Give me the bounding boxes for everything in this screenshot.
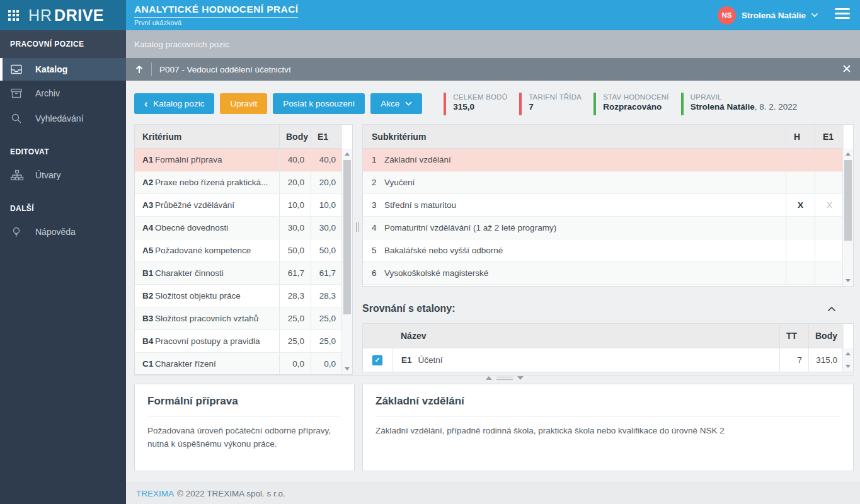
etalon-row[interactable]: ✓E1Účetní7315,0: [363, 348, 844, 372]
subcriteria-table-header: Subkritérium H E1: [363, 125, 844, 149]
sidebar-item-archiv[interactable]: Archiv: [0, 81, 126, 106]
criterium-e1-value: 10,0: [311, 194, 342, 216]
criterium-name: Složitost objektu práce: [155, 291, 279, 301]
subcriterium-row[interactable]: 2Vyučení: [363, 171, 844, 194]
subcriterium-row[interactable]: 3Střední s maturitouXX: [363, 194, 844, 217]
criterium-row[interactable]: B3Složitost pracovních vztahů25,025,0: [135, 307, 342, 330]
criterium-row[interactable]: A4Obecné dovednosti30,030,0: [135, 217, 342, 239]
collapse-chevron-up-icon[interactable]: [827, 306, 836, 312]
criterium-e1-value: 40,0: [311, 149, 342, 171]
criterium-name: Praxe nebo řízená praktická...: [155, 178, 279, 187]
subcriterium-detail-text: Základní vzdělání, případně rodinná škol…: [376, 425, 840, 438]
subcriterium-number: 6: [363, 268, 383, 278]
criterium-e1-value: 25,0: [311, 330, 342, 352]
archiv-icon: [10, 87, 24, 100]
subcriterium-number: 1: [363, 155, 383, 164]
criterium-row[interactable]: A5Požadované kompetence50,050,0: [135, 239, 342, 262]
hamburger-menu-icon[interactable]: [835, 8, 850, 19]
col-header-checkbox: [363, 324, 392, 348]
user-menu[interactable]: NS Strolená Natálie: [718, 0, 818, 30]
back-to-catalog-button[interactable]: ‹ Katalog pozic: [134, 93, 214, 114]
scrollbar-thumb[interactable]: [844, 160, 852, 241]
vertical-splitter[interactable]: [353, 124, 362, 375]
scroll-up-icon[interactable]: [846, 352, 851, 355]
criterium-code: C1: [135, 359, 155, 369]
divider: [376, 416, 840, 416]
etalon-tt-value: 7: [779, 348, 808, 372]
sidebar: PRACOVNÍ POZICEKatalogArchivVyhledáváníE…: [0, 30, 126, 504]
actions-button[interactable]: Akce: [370, 93, 422, 114]
criterium-e1-value: 0,0: [311, 353, 342, 374]
stat-indicator: STAV HODNOCENÍRozpracováno: [593, 93, 669, 115]
position-bar: P007 - Vedoucí oddělení účetnictví: [126, 58, 860, 81]
criterium-row[interactable]: C1Charakter řízení0,00,0: [135, 353, 342, 374]
criterium-body-value: 61,7: [279, 262, 311, 284]
etalon-scrollbar[interactable]: [842, 348, 853, 372]
scroll-up-icon[interactable]: [345, 152, 350, 156]
scroll-up-icon[interactable]: [846, 152, 851, 156]
app-grid-icon[interactable]: [8, 10, 19, 21]
subcriterium-row[interactable]: 4Pomaturitní vzdělávání (1 až 2 leté pro…: [363, 217, 844, 239]
subcriterium-row[interactable]: 6Vysokoškolské magisterské: [363, 262, 844, 285]
criterium-row[interactable]: B4Pracovní postupy a pravidla25,025,0: [135, 330, 342, 353]
criterium-row[interactable]: A1Formální příprava40,040,0: [135, 149, 342, 171]
vyhledavani-icon: [10, 112, 24, 125]
avatar: NS: [718, 6, 736, 25]
subcriterium-h-mark: X: [786, 194, 815, 216]
subcriterium-e1-mark: [815, 171, 844, 193]
stat-label: STAV HODNOCENÍ: [603, 93, 669, 101]
criterium-row[interactable]: A2Praxe nebo řízená praktická...20,020,0: [135, 171, 342, 194]
scrollbar-thumb[interactable]: [343, 160, 351, 314]
col-header-tt: TT: [779, 324, 808, 348]
main-content: ‹ Katalog pozic Upravit Poslat k posouze…: [126, 81, 860, 483]
sidebar-item-vyhledavani[interactable]: Vyhledávání: [0, 106, 126, 131]
criteria-scrollbar[interactable]: [341, 149, 352, 374]
criterium-name: Požadované kompetence: [155, 246, 279, 255]
stat-label: CELKEM BODŮ: [453, 93, 507, 101]
scroll-down-icon[interactable]: [846, 365, 851, 368]
col-header-body: Body: [808, 324, 844, 348]
criterium-row[interactable]: A3Průběžné vzdělávání10,010,0: [135, 194, 342, 217]
etalon-checkbox-cell: ✓: [363, 348, 392, 372]
subcriterium-e1-mark: X: [815, 194, 844, 216]
close-icon[interactable]: [842, 64, 851, 76]
subcriterium-row[interactable]: 1Základní vzdělání: [363, 149, 844, 171]
criterium-row[interactable]: B1Charakter činnosti61,761,7: [135, 262, 342, 285]
back-button-label: Katalog pozic: [153, 99, 204, 108]
logo-drive: DRIVE: [54, 6, 104, 25]
criterium-e1-value: 25,0: [311, 307, 342, 329]
scroll-down-icon[interactable]: [846, 279, 851, 282]
criterium-code: A5: [135, 246, 155, 255]
send-for-review-button[interactable]: Poslat k posouzení: [273, 93, 365, 114]
subcriterium-number: 4: [363, 223, 383, 232]
criterium-name: Formální příprava: [155, 155, 279, 164]
sidebar-item-katalog[interactable]: Katalog: [0, 58, 126, 81]
subcriterium-h-mark: [786, 149, 815, 171]
col-header-subkriterium: Subkritérium: [363, 132, 786, 142]
stats-strip: CELKEM BODŮ315,0TARIFNÍ TŘÍDA7STAV HODNO…: [444, 93, 809, 115]
scroll-down-icon[interactable]: [345, 367, 350, 370]
subcriterium-row[interactable]: 5Bakalářské nebo vyšší odborné: [363, 239, 844, 262]
top-header: HR DRIVE ANALYTICKÉ HODNOCENÍ PRACÍ Prvn…: [0, 0, 860, 30]
up-arrow-icon[interactable]: [134, 64, 144, 74]
trexima-link[interactable]: TREXIMA: [136, 489, 174, 498]
subcriterium-number: 2: [363, 178, 383, 187]
criterium-body-value: 40,0: [279, 149, 311, 171]
horizontal-splitter[interactable]: [134, 375, 854, 381]
criterium-row[interactable]: B2Složitost objektu práce28,328,3: [135, 285, 342, 307]
footer: TREXIMA © 2022 TREXIMA spol. s r.o.: [126, 483, 860, 504]
etalon-body-value: 315,0: [808, 348, 844, 372]
chevron-left-icon: ‹: [144, 99, 147, 109]
subcriterium-h-mark: [786, 239, 815, 261]
stat-text: CELKEM BODŮ315,0: [453, 93, 507, 115]
subcriteria-scrollbar[interactable]: [842, 149, 853, 286]
checkbox-checked-icon[interactable]: ✓: [372, 355, 382, 365]
edit-button[interactable]: Upravit: [220, 93, 267, 114]
criterium-name: Složitost pracovních vztahů: [155, 314, 279, 323]
sidebar-item-napoveda[interactable]: Nápověda: [0, 219, 126, 244]
sidebar-item-utvary[interactable]: Útvary: [0, 163, 126, 188]
chevron-down-icon: [405, 101, 412, 106]
stat-value: Strolená Natálie, 8. 2. 2022: [691, 102, 798, 112]
sidebar-section-label: DALŠÍ: [0, 198, 126, 219]
sidebar-item-label: Archiv: [35, 88, 60, 98]
